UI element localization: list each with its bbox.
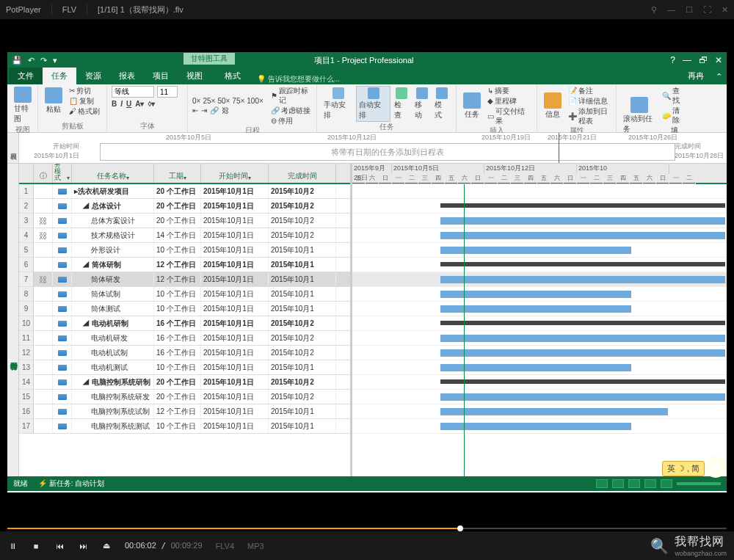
gantt-bar[interactable]: [440, 276, 725, 283]
scroll-to-task-button[interactable]: 滚动到任务: [621, 96, 658, 135]
table-row[interactable]: 5外形设计10 个工作日2015年10月1日2015年10月1: [19, 243, 350, 258]
gantt-row[interactable]: [352, 258, 727, 272]
minimize-icon[interactable]: —: [667, 5, 675, 15]
mode-cell[interactable]: [53, 214, 72, 228]
gantt-bar[interactable]: [440, 335, 725, 342]
start-cell[interactable]: 2015年10月1日: [201, 375, 269, 389]
start-cell[interactable]: 2015年10月1日: [201, 360, 269, 374]
mode-cell[interactable]: [53, 258, 72, 272]
move-button[interactable]: 移动: [413, 87, 432, 121]
mode-cell[interactable]: [53, 184, 72, 198]
duration-cell[interactable]: 10 个工作日: [154, 360, 201, 374]
name-cell[interactable]: 电动机研发: [72, 331, 154, 345]
duration-cell[interactable]: 10 个工作日: [154, 243, 201, 257]
mode-cell[interactable]: [53, 375, 72, 389]
col-info[interactable]: ⓘ: [34, 164, 53, 183]
table-row[interactable]: 13电动机测试10 个工作日2015年10月1日2015年10月1: [19, 360, 350, 375]
row-number[interactable]: 1: [19, 184, 34, 198]
view-calendar-icon[interactable]: [644, 479, 656, 488]
mode-cell[interactable]: [53, 419, 72, 433]
view-network-icon[interactable]: [628, 479, 640, 488]
gantt-chart[interactable]: 2015年9月28日2015年10月5日2015年10月12日2015年10 五…: [352, 164, 727, 476]
finish-cell[interactable]: 2015年10月2: [269, 184, 336, 198]
duration-cell[interactable]: 12 个工作日: [154, 272, 201, 286]
duration-cell[interactable]: 20 个工作日: [154, 199, 201, 213]
duration-cell[interactable]: 10 个工作日: [154, 419, 201, 433]
fill-color-button[interactable]: ◊▾: [148, 100, 155, 108]
gantt-row[interactable]: [352, 287, 727, 302]
table-row[interactable]: 4⛓技术规格设计14 个工作日2015年10月1日2015年10月2: [19, 228, 350, 243]
start-cell[interactable]: 2015年10月1日: [201, 243, 269, 257]
row-number[interactable]: 5: [19, 243, 34, 257]
next-button[interactable]: ⏭: [78, 541, 88, 551]
proj-minimize-icon[interactable]: —: [683, 55, 691, 65]
tab-file[interactable]: 文件: [9, 68, 43, 84]
info-cell[interactable]: [34, 258, 53, 272]
row-number[interactable]: 10: [19, 316, 34, 330]
tab-report[interactable]: 报表: [110, 68, 144, 84]
info-cell[interactable]: ⛓: [34, 228, 53, 242]
info-cell[interactable]: [34, 287, 53, 301]
gantt-bar[interactable]: [440, 203, 725, 208]
timeline-drop-area[interactable]: 将带有日期的任务添加到日程表: [100, 143, 675, 161]
ime-indicator[interactable]: 英 ☽ , 简: [662, 461, 705, 476]
tab-project[interactable]: 项目: [144, 68, 178, 84]
name-cell[interactable]: 电动机测试: [72, 360, 154, 374]
mode-cell[interactable]: [53, 272, 72, 286]
gantt-row[interactable]: [352, 302, 727, 316]
table-row[interactable]: 8筒体试制10 个工作日2015年10月1日2015年10月1: [19, 287, 350, 302]
search-icon[interactable]: 🔍: [650, 537, 669, 555]
start-cell[interactable]: 2015年10月1日: [201, 302, 269, 316]
gantt-row[interactable]: [352, 228, 727, 243]
pct0-button[interactable]: 0×: [192, 97, 200, 105]
finish-cell[interactable]: 2015年10月1: [269, 272, 336, 286]
gantt-bar[interactable]: [440, 349, 725, 357]
name-cell[interactable]: ◢ 总体设计: [72, 199, 154, 213]
row-number[interactable]: 2: [19, 199, 34, 213]
row-number[interactable]: 3: [19, 214, 34, 228]
col-finish[interactable]: 完成时间: [269, 164, 336, 183]
finish-cell[interactable]: 2015年10月1: [269, 404, 336, 418]
gantt-row[interactable]: [352, 360, 727, 375]
view-resource-icon[interactable]: [661, 479, 672, 488]
zoom-slider[interactable]: [677, 482, 721, 485]
add-timeline-button[interactable]: ➕ 添加到日程表: [567, 106, 611, 126]
start-cell[interactable]: 2015年10月1日: [201, 390, 269, 404]
gantt-chart-button[interactable]: 甘特图: [12, 86, 33, 125]
finish-cell[interactable]: 2015年10月2: [269, 390, 336, 404]
info-cell[interactable]: ⛓: [34, 272, 53, 286]
finish-cell[interactable]: 2015年10月2: [269, 331, 336, 345]
pause-button[interactable]: ⏸: [7, 541, 18, 551]
gantt-bar[interactable]: [440, 423, 631, 430]
gantt-bar[interactable]: [440, 305, 631, 313]
name-cell[interactable]: 筒体研发: [72, 272, 154, 286]
row-number[interactable]: 11: [19, 331, 34, 345]
start-cell[interactable]: 2015年10月1日: [201, 214, 269, 228]
mode-cell[interactable]: [53, 316, 72, 330]
ribbon-collapse-icon[interactable]: ⌃: [711, 69, 727, 84]
info-cell[interactable]: [34, 316, 53, 330]
name-cell[interactable]: 外形设计: [72, 243, 154, 257]
view-usage-icon[interactable]: [612, 479, 624, 488]
finish-cell[interactable]: 2015年10月2: [269, 316, 336, 330]
mode-cell[interactable]: [53, 302, 72, 316]
gantt-bar[interactable]: [440, 379, 725, 384]
name-cell[interactable]: 电脑控制系统试制: [72, 404, 154, 418]
info-cell[interactable]: [34, 243, 53, 257]
gantt-row[interactable]: [352, 419, 727, 434]
start-cell[interactable]: 2015年10月1日: [201, 404, 269, 418]
name-cell[interactable]: 电动机试制: [72, 346, 154, 360]
save-icon[interactable]: 💾: [12, 56, 22, 65]
table-row[interactable]: 1▸洗衣机研发项目20 个工作日2015年10月1日2015年10月2: [19, 184, 350, 199]
milestone-button[interactable]: ◆ 里程碑: [486, 96, 532, 106]
mode-button[interactable]: 模式: [432, 87, 451, 121]
info-cell[interactable]: [34, 375, 53, 389]
mode-cell[interactable]: [53, 228, 72, 242]
manual-schedule-button[interactable]: 手动安排: [321, 87, 355, 121]
fullscreen-icon[interactable]: ⛶: [703, 5, 711, 15]
notes-button[interactable]: 📝 备注: [567, 86, 611, 95]
pct50-button[interactable]: 50×: [217, 97, 230, 105]
finish-cell[interactable]: 2015年10月2: [269, 375, 336, 389]
info-cell[interactable]: [34, 360, 53, 374]
gantt-row[interactable]: [352, 214, 727, 228]
